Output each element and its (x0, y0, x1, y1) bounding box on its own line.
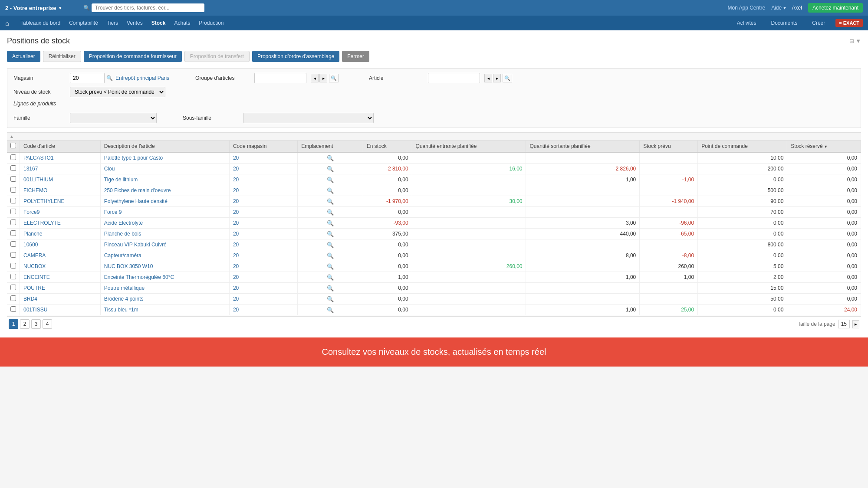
nav-production[interactable]: Production (194, 16, 228, 30)
cell-description[interactable]: Tige de lithium (100, 174, 229, 185)
cell-magasin[interactable]: 20 (229, 272, 297, 283)
proposition-transfert-button[interactable]: Proposition de transfert (184, 51, 250, 62)
page-4[interactable]: 4 (43, 319, 52, 329)
cell-emplacement[interactable]: 🔍 (298, 250, 363, 261)
cell-emplacement[interactable]: 🔍 (298, 305, 363, 315)
row-checkbox[interactable] (10, 295, 16, 301)
niveau-stock-select[interactable]: Stock prévu < Point de commande (70, 87, 165, 97)
row-checkbox[interactable] (10, 241, 16, 247)
nav-activites[interactable]: Activités (733, 16, 761, 30)
company-selector[interactable]: 2 - Votre entreprise ▾ (5, 5, 83, 11)
cell-emplacement[interactable]: 🔍 (298, 185, 363, 196)
page-3[interactable]: 3 (31, 319, 41, 329)
cell-description[interactable]: Broderie 4 points (100, 294, 229, 305)
header-stock-reserve[interactable]: Stock réservé (787, 141, 861, 152)
cell-emplacement[interactable]: 🔍 (298, 239, 363, 250)
cell-magasin[interactable]: 20 (229, 250, 297, 261)
article-input[interactable] (428, 73, 480, 83)
row-checkbox[interactable] (10, 230, 16, 236)
cell-description[interactable]: Force 9 (100, 207, 229, 218)
cell-magasin[interactable]: 20 (229, 305, 297, 315)
row-checkbox[interactable] (10, 219, 16, 225)
cell-description[interactable]: Planche de bois (100, 229, 229, 239)
magasin-link[interactable]: Entrepôt principal Paris (115, 75, 169, 81)
groupe-articles-input[interactable] (254, 73, 306, 83)
cell-magasin[interactable]: 20 (229, 283, 297, 294)
page-1[interactable]: 1 (9, 319, 18, 329)
cell-code[interactable]: BRD4 (20, 294, 101, 305)
collapse-bar[interactable]: ▲ (7, 132, 861, 141)
cell-magasin[interactable]: 20 (229, 218, 297, 229)
cell-magasin[interactable]: 20 (229, 239, 297, 250)
magasin-input[interactable] (70, 73, 105, 83)
achetez-button[interactable]: Achetez maintenant (808, 3, 863, 13)
nav-ventes[interactable]: Ventes (122, 16, 147, 30)
cell-code[interactable]: 13167 (20, 164, 101, 174)
cell-description[interactable]: Clou (100, 164, 229, 174)
nav-documents[interactable]: Documents (767, 16, 802, 30)
article-next-button[interactable]: ▸ (493, 74, 501, 82)
cell-magasin[interactable]: 20 (229, 196, 297, 207)
row-checkbox[interactable] (10, 263, 16, 269)
cell-description[interactable]: Palette type 1 pour Casto (100, 152, 229, 164)
groupe-prev-button[interactable]: ◂ (311, 74, 319, 82)
cell-emplacement[interactable]: 🔍 (298, 294, 363, 305)
cell-emplacement[interactable]: 🔍 (298, 207, 363, 218)
fermer-button[interactable]: Fermer (342, 51, 369, 62)
cell-description[interactable]: Pinceau VIP Kabuki Cuivré (100, 239, 229, 250)
cell-emplacement[interactable]: 🔍 (298, 283, 363, 294)
page-size-next-button[interactable]: ▸ (852, 320, 859, 328)
cell-description[interactable]: 250 Fiches de main d'oeuvre (100, 185, 229, 196)
row-checkbox[interactable] (10, 187, 16, 193)
cell-emplacement[interactable]: 🔍 (298, 174, 363, 185)
cell-magasin[interactable]: 20 (229, 229, 297, 239)
cell-magasin[interactable]: 20 (229, 164, 297, 174)
app-centre-link[interactable]: Mon App Centre (727, 5, 765, 11)
page-2[interactable]: 2 (20, 319, 30, 329)
row-checkbox[interactable] (10, 209, 16, 214)
cell-code[interactable]: FICHEMO (20, 185, 101, 196)
cell-description[interactable]: Polyethylene Haute densité (100, 196, 229, 207)
cell-code[interactable]: ENCEINTE (20, 272, 101, 283)
header-checkbox[interactable] (7, 141, 20, 152)
cell-code[interactable]: Planche (20, 229, 101, 239)
article-prev-button[interactable]: ◂ (484, 74, 492, 82)
cell-code[interactable]: 10600 (20, 239, 101, 250)
cell-magasin[interactable]: 20 (229, 185, 297, 196)
nav-achats[interactable]: Achats (170, 16, 194, 30)
cell-emplacement[interactable]: 🔍 (298, 164, 363, 174)
cell-magasin[interactable]: 20 (229, 207, 297, 218)
cell-emplacement[interactable]: 🔍 (298, 152, 363, 164)
nav-stock[interactable]: Stock (147, 16, 170, 30)
search-input[interactable] (92, 3, 204, 12)
nav-comptabilite[interactable]: Comptabilité (65, 16, 102, 30)
home-icon[interactable]: ⌂ (5, 20, 9, 27)
aide-link[interactable]: Aide ▾ (771, 5, 786, 11)
nav-tiers[interactable]: Tiers (102, 16, 122, 30)
cell-code[interactable]: POLYETHYLENE (20, 196, 101, 207)
cell-magasin[interactable]: 20 (229, 294, 297, 305)
cell-description[interactable]: Tissu bleu *1m (100, 305, 229, 315)
cell-description[interactable]: Poutre métallique (100, 283, 229, 294)
row-checkbox[interactable] (10, 306, 16, 312)
cell-code[interactable]: 001TISSU (20, 305, 101, 315)
row-checkbox[interactable] (10, 285, 16, 290)
cell-emplacement[interactable]: 🔍 (298, 272, 363, 283)
page-settings-icon[interactable]: ⊟ ▼ (849, 38, 861, 44)
cell-emplacement[interactable]: 🔍 (298, 229, 363, 239)
cell-magasin[interactable]: 20 (229, 174, 297, 185)
cell-emplacement[interactable]: 🔍 (298, 218, 363, 229)
proposition-assemblage-button[interactable]: Proposition d'ordre d'assemblage (252, 51, 339, 62)
cell-code[interactable]: PALCASTO1 (20, 152, 101, 164)
cell-code[interactable]: Force9 (20, 207, 101, 218)
cell-description[interactable]: Acide Electrolyte (100, 218, 229, 229)
cell-description[interactable]: Capteur/caméra (100, 250, 229, 261)
groupe-search-button[interactable]: 🔍 (329, 74, 339, 82)
row-checkbox[interactable] (10, 176, 16, 182)
cell-code[interactable]: POUTRE (20, 283, 101, 294)
groupe-next-button[interactable]: ▸ (319, 74, 327, 82)
row-checkbox[interactable] (10, 252, 16, 258)
proposition-commande-button[interactable]: Proposition de commande fournisseur (84, 51, 182, 62)
cell-description[interactable]: NUC BOX 3050 W10 (100, 261, 229, 272)
sous-famille-select[interactable] (243, 113, 374, 123)
